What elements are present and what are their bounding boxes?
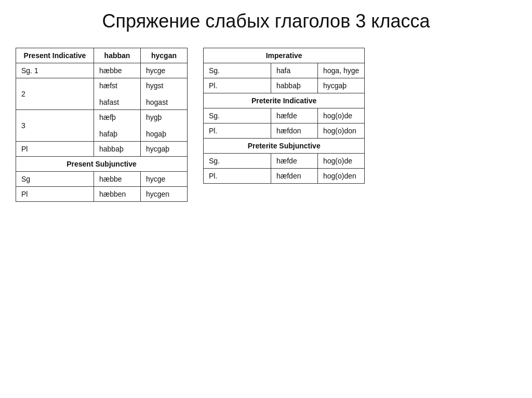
right-section: Imperative Sg. hafa hoga, hyge Pl. habba… — [203, 48, 365, 184]
row-col1: hæfst hafast — [94, 78, 141, 110]
table-row: Pl. hæfden hog(o)den — [204, 169, 365, 184]
row-label: Sg. — [204, 63, 271, 78]
section-header-row: Present Subjunctive — [16, 157, 188, 172]
section-header-row: Preterite Indicative — [204, 93, 365, 108]
left-section: Present Indicative habban hycgan Sg. 1 h… — [16, 48, 188, 202]
row-col1: habbaþ — [94, 142, 141, 157]
row-label: Pl — [16, 142, 94, 157]
row-col1: hæfde — [271, 154, 318, 169]
row-col2: hycgen — [141, 187, 188, 202]
table-row: 3 hæfþ hafaþ hygþ hogaþ — [16, 110, 188, 142]
table-row: Pl. hæfdon hog(o)don — [204, 123, 365, 139]
table-row: Pl. habbaþ hycgaþ — [204, 78, 365, 93]
row-label: Pl. — [204, 123, 271, 139]
left-table: Present Indicative habban hycgan Sg. 1 h… — [16, 48, 188, 202]
left-header-col2: hycgan — [141, 48, 188, 63]
row-col1: habbaþ — [271, 78, 318, 93]
left-header-col0: Present Indicative — [16, 48, 94, 63]
present-subjunctive-header: Present Subjunctive — [16, 157, 188, 172]
row-col2: hycgaþ — [318, 78, 365, 93]
row-label: 3 — [16, 110, 94, 142]
section-header-row: Preterite Subjunctive — [204, 139, 365, 154]
table-row: Sg. hæfde hog(o)de — [204, 108, 365, 123]
table-row: Pl habbaþ hycgaþ — [16, 142, 188, 157]
row-label: Pl. — [204, 78, 271, 93]
row-col2: hygþ hogaþ — [141, 110, 188, 142]
page-title: Спряжение слабых глаголов 3 класса — [10, 10, 522, 32]
row-label: Sg. — [204, 154, 271, 169]
table-row: Sg. hafa hoga, hyge — [204, 63, 365, 78]
row-col1: hæbben — [94, 187, 141, 202]
left-header-col1: habban — [94, 48, 141, 63]
row-col2: hycge — [141, 172, 188, 187]
row-label: Pl. — [204, 169, 271, 184]
row-col1: hæbbe — [94, 63, 141, 78]
tables-container: Present Indicative habban hycgan Sg. 1 h… — [10, 48, 522, 202]
row-col2: hycgaþ — [141, 142, 188, 157]
table-row: Sg. 1 hæbbe hycge — [16, 63, 188, 78]
row-col1: hæfde — [271, 108, 318, 123]
row-label: Sg — [16, 172, 94, 187]
row-col2: hycge — [141, 63, 188, 78]
row-label: Sg. — [204, 108, 271, 123]
row-col1: hæfþ hafaþ — [94, 110, 141, 142]
row-col1: hafa — [271, 63, 318, 78]
pret-subj-header: Preterite Subjunctive — [204, 139, 365, 154]
row-col1: hæfden — [271, 169, 318, 184]
row-label: Pl — [16, 187, 94, 202]
row-label: 2 — [16, 78, 94, 110]
section-header-row: Imperative — [204, 48, 365, 63]
row-label: Sg. 1 — [16, 63, 94, 78]
table-row: 2 hæfst hafast hygst hogast — [16, 78, 188, 110]
right-table: Imperative Sg. hafa hoga, hyge Pl. habba… — [203, 48, 365, 184]
row-col1: hæfdon — [271, 123, 318, 139]
table-row: Sg. hæfde hog(o)de — [204, 154, 365, 169]
row-col2: hog(o)den — [318, 169, 365, 184]
row-col2: hog(o)de — [318, 154, 365, 169]
row-col2: hygst hogast — [141, 78, 188, 110]
table-row: Sg hæbbe hycge — [16, 172, 188, 187]
row-col2: hog(o)don — [318, 123, 365, 139]
row-col1: hæbbe — [94, 172, 141, 187]
row-col2: hog(o)de — [318, 108, 365, 123]
imperative-header: Imperative — [204, 48, 365, 63]
table-row: Pl hæbben hycgen — [16, 187, 188, 202]
row-col2: hoga, hyge — [318, 63, 365, 78]
pret-ind-header: Preterite Indicative — [204, 93, 365, 108]
